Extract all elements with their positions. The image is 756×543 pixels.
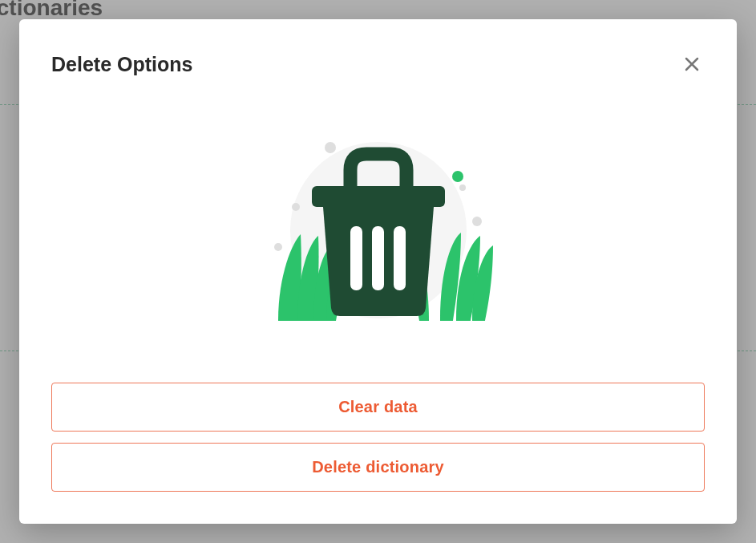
trash-illustration-icon [254,130,503,330]
svg-rect-12 [394,226,406,290]
svg-point-5 [274,243,282,251]
svg-point-8 [452,171,463,182]
svg-point-6 [472,217,482,226]
svg-rect-11 [372,226,384,290]
close-button[interactable] [679,51,705,77]
svg-point-3 [325,142,336,153]
button-stack: Clear data Delete dictionary [51,383,705,492]
modal-header: Delete Options [51,51,705,77]
svg-rect-9 [312,186,445,207]
modal-title: Delete Options [51,53,192,76]
delete-options-modal: Delete Options [19,19,737,524]
svg-point-4 [292,203,300,211]
clear-data-button[interactable]: Clear data [51,383,705,432]
close-icon [682,55,701,74]
delete-dictionary-button[interactable]: Delete dictionary [51,443,705,492]
svg-rect-10 [350,226,362,290]
svg-point-7 [459,184,466,191]
illustration [51,77,705,375]
